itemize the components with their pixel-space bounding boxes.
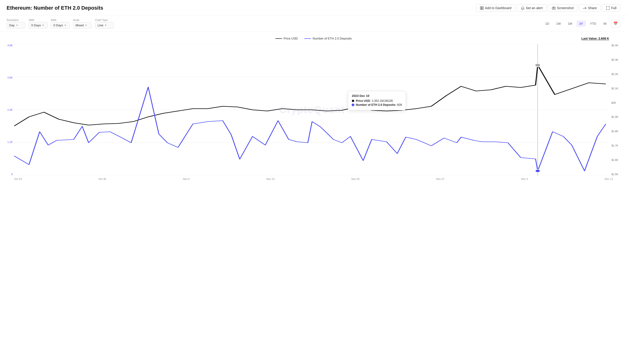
sma-group: SMA 0 Days ▼: [29, 19, 48, 28]
svg-rect-4: [552, 7, 555, 9]
y-left-3: 3.6K: [6, 76, 13, 79]
full-button[interactable]: Full: [602, 4, 621, 12]
scale-select[interactable]: Mixed ▼: [73, 22, 92, 28]
bell-icon: [521, 6, 524, 10]
resolution-arrow: ▼: [16, 24, 18, 27]
chart-legend: Price USD Number of ETH 2.0 Deposits: [0, 37, 627, 40]
svg-rect-2: [480, 8, 482, 10]
x-label-nov13: Nov 13: [266, 178, 275, 180]
svg-rect-1: [482, 6, 483, 8]
svg-point-5: [553, 8, 554, 9]
x-label-dec11: Dec 11: [605, 178, 613, 180]
chart-type-label: Chart Type: [95, 19, 114, 21]
header-actions: Add to Dashboard Set an alert Screenshot: [476, 4, 621, 12]
ema-arrow: ▼: [64, 24, 66, 27]
time-btn-all[interactable]: All: [600, 20, 609, 27]
y-right-0: $1.5K: [612, 173, 621, 176]
legend-price: Price USD: [275, 37, 298, 40]
calendar-button[interactable]: 📅: [611, 20, 621, 27]
y-left-0: 0: [6, 173, 13, 176]
time-btn-1d[interactable]: 1D: [542, 20, 552, 27]
svg-rect-3: [482, 8, 483, 10]
ema-group: EMA 0 Days ▼: [51, 19, 70, 28]
chart-type-group: Chart Type Line ▼: [95, 19, 114, 28]
sma-select[interactable]: 0 Days ▼: [29, 22, 48, 28]
share-icon: [583, 6, 586, 10]
toolbar-right: 1D 1W 1M 1Y YTD All 📅: [542, 20, 621, 27]
chart-area: Price USD Number of ETH 2.0 Deposits Las…: [0, 32, 627, 190]
y-right-5: $2K: [612, 101, 621, 104]
last-value: Last Value: 2.608 K: [581, 37, 609, 40]
legend-line-deposits: [304, 38, 311, 39]
y-right-8: $2.3K: [612, 58, 621, 61]
toolbar: Resolution Day ▼ SMA 0 Days ▼ EMA 0 Days…: [0, 15, 627, 32]
x-label-oct30: Oct 30: [99, 178, 106, 180]
add-dashboard-button[interactable]: Add to Dashboard: [476, 4, 516, 12]
toolbar-left: Resolution Day ▼ SMA 0 Days ▼ EMA 0 Days…: [6, 19, 114, 28]
time-btn-1y[interactable]: 1Y: [576, 20, 586, 27]
share-button[interactable]: Share: [579, 4, 601, 12]
expand-icon: [606, 6, 610, 10]
camera-icon: [552, 6, 556, 10]
time-btn-1m[interactable]: 1M: [565, 20, 575, 27]
chart-type-arrow: ▼: [105, 24, 107, 27]
y-right-7: $2.2K: [612, 73, 621, 75]
y-right-3: $1.8K: [612, 130, 621, 133]
ema-select[interactable]: 0 Days ▼: [51, 22, 70, 28]
resolution-select[interactable]: Day ▼: [6, 22, 25, 28]
svg-rect-0: [480, 6, 482, 8]
x-label-dec4: Dec 4: [521, 178, 528, 180]
sma-arrow: ▼: [42, 24, 44, 27]
chart-svg-area: CryptoQuant 20: [14, 44, 610, 176]
time-btn-ytd[interactable]: YTD: [587, 20, 599, 27]
y-left-2: 2.4K: [6, 108, 13, 111]
y-right-6: $2.1K: [612, 87, 621, 90]
chart-type-select[interactable]: Line ▼: [95, 22, 114, 28]
resolution-group: Resolution Day ▼: [6, 19, 25, 28]
x-label-nov27: Nov 27: [436, 178, 444, 180]
legend-line-price: [275, 38, 282, 39]
x-axis: Oct 23 Oct 30 Nov 6 Nov 13 Nov 20 Nov 27…: [0, 176, 627, 180]
y-axis-left: 4.8K 3.6K 2.4K 1.2K 0: [0, 44, 14, 176]
y-axis-right: $2.4K $2.3K $2.2K $2.1K $2K $1.9K $1.8K …: [610, 44, 627, 176]
page-title: Ethereum: Number of ETH 2.0 Deposits: [6, 5, 103, 11]
chart-svg: [14, 44, 610, 176]
y-right-9: $2.4K: [612, 44, 621, 47]
y-left-4: 4.8K: [6, 44, 13, 47]
dashboard-icon: [480, 6, 483, 10]
svg-point-12: [535, 63, 541, 67]
legend-deposits: Number of ETH 2.0 Deposits: [304, 37, 352, 40]
y-right-1: $1.6K: [612, 158, 621, 161]
sma-label: SMA: [29, 19, 48, 21]
y-right-4: $1.9K: [612, 115, 621, 118]
time-btn-1w[interactable]: 1W: [553, 20, 564, 27]
screenshot-button[interactable]: Screenshot: [548, 4, 578, 12]
resolution-label: Resolution: [6, 19, 25, 21]
x-label-nov20: Nov 20: [351, 178, 360, 180]
header: Ethereum: Number of ETH 2.0 Deposits Add…: [0, 0, 627, 15]
set-alert-button[interactable]: Set an alert: [517, 4, 547, 12]
svg-point-13: [535, 169, 540, 172]
y-left-1: 1.2K: [6, 141, 13, 144]
scale-group: Scale Mixed ▼: [73, 19, 92, 28]
y-right-2: $1.7K: [612, 144, 621, 147]
x-label-nov6: Nov 6: [183, 178, 190, 180]
chart-wrapper: 4.8K 3.6K 2.4K 1.2K 0 CryptoQuant: [0, 44, 627, 176]
x-label-oct23: Oct 23: [14, 178, 22, 180]
scale-label: Scale: [73, 19, 92, 21]
ema-label: EMA: [51, 19, 70, 21]
scale-arrow: ▼: [85, 24, 87, 27]
